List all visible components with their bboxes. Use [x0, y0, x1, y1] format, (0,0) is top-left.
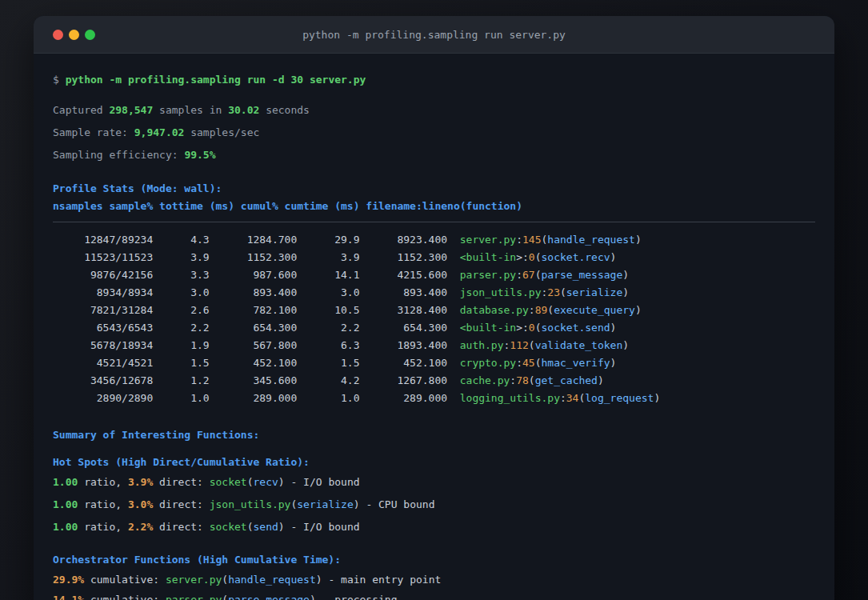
summary-title: Summary of Interesting Functions:: [53, 428, 815, 442]
sample-rate-line: Sample rate: 9,947.02 samples/sec: [53, 126, 815, 140]
row-metrics: 9876/42156 3.3 987.600 14.1 4215.600: [53, 269, 460, 281]
function-name: handle_request: [228, 574, 316, 586]
efficiency-value: 99.5%: [184, 149, 215, 161]
command-line: $ python -m profiling.sampling run -d 30…: [53, 73, 815, 87]
row-metrics: 2890/2890 1.0 289.000 1.0 289.000: [53, 392, 460, 404]
row-metrics: 7821/31284 2.6 782.100 10.5 3128.400: [53, 304, 460, 316]
function-name: log_request: [585, 392, 654, 404]
stats-row: 4521/4521 1.5 452.100 1.5 452.100 crypto…: [53, 354, 815, 372]
titlebar: python -m profiling.sampling run server.…: [34, 16, 834, 54]
filename: parser.py: [166, 594, 222, 600]
row-metrics: 6543/6543 2.2 654.300 2.2 654.300: [53, 322, 460, 334]
filename: logging_utils.py: [460, 392, 560, 404]
captured-mid-label: samples in: [153, 104, 228, 116]
captured-line: Captured 298,547 samples in 30.02 second…: [53, 103, 815, 118]
line-number: 0: [529, 251, 535, 263]
filename: auth.py: [460, 339, 504, 351]
function-name: parse_message: [542, 269, 623, 281]
line-number: 23: [547, 286, 560, 298]
filename: database.py: [460, 304, 529, 316]
orchestrator-item: 14.1% cumulative: parser.py(parse_messag…: [53, 593, 815, 600]
function-name: socket.send: [542, 322, 610, 334]
line-number: 78: [516, 374, 529, 386]
stats-row: 5678/18934 1.9 567.800 6.3 1893.400 auth…: [53, 337, 815, 354]
orchestrators-list: 29.9% cumulative: server.py(handle_reque…: [53, 573, 815, 600]
profile-stats-title: Profile Stats (Mode: wall):: [53, 182, 815, 196]
stats-table: 12847/89234 4.3 1284.700 29.9 8923.400 s…: [53, 231, 815, 407]
function-name: serialize: [297, 498, 353, 510]
orchestrators-title: Orchestrator Functions (High Cumulative …: [53, 553, 815, 567]
filename: socket: [210, 476, 247, 488]
filename: json_utils.py: [210, 498, 291, 510]
captured-seconds-value: 30.02: [228, 104, 259, 116]
stats-row: 12847/89234 4.3 1284.700 29.9 8923.400 s…: [53, 231, 815, 249]
filename: socket: [210, 521, 247, 533]
filename: json_utils.py: [460, 286, 542, 298]
bound-note: - I/O bound: [285, 521, 360, 533]
stats-columns-header: nsamples sample% tottime (ms) cumul% cum…: [53, 199, 815, 214]
line-number: 0: [529, 322, 535, 334]
cumulative-pct-value: 29.9%: [53, 574, 84, 586]
terminal-window: python -m profiling.sampling run server.…: [34, 16, 834, 600]
function-name: execute_query: [554, 304, 635, 316]
function-name: validate_token: [535, 339, 623, 351]
rate-value: 9,947.02: [134, 126, 185, 138]
hot-spot-item: 1.00 ratio, 2.2% direct: socket(send) - …: [53, 520, 815, 534]
stats-row: 9876/42156 3.3 987.600 14.1 4215.600 par…: [53, 266, 815, 284]
cumulative-pct-value: 14.1%: [53, 594, 84, 600]
hot-spots-list: 1.00 ratio, 3.9% direct: socket(recv) - …: [53, 475, 815, 534]
rate-suffix-label: samples/sec: [184, 126, 259, 138]
efficiency-label: Sampling efficiency:: [53, 149, 184, 161]
direct-pct-value: 2.2%: [128, 521, 153, 533]
stats-row: 8934/8934 3.0 893.400 3.0 893.400 json_u…: [53, 284, 815, 302]
line-number: 67: [522, 269, 535, 281]
row-metrics: 12847/89234 4.3 1284.700 29.9 8923.400: [53, 234, 460, 246]
captured-suffix-label: seconds: [259, 104, 310, 116]
efficiency-line: Sampling efficiency: 99.5%: [53, 148, 815, 162]
function-name: socket.recv: [542, 251, 610, 263]
orchestrator-note: - main entry point: [322, 574, 442, 586]
row-metrics: 8934/8934 3.0 893.400 3.0 893.400: [53, 286, 460, 298]
prompt-symbol: $: [53, 74, 66, 86]
function-name: parse_message: [228, 594, 310, 600]
captured-samples-value: 298,547: [109, 104, 153, 116]
ratio-value: 1.00: [53, 521, 78, 533]
filename: <built-in: [460, 251, 516, 263]
stats-row: 3456/12678 1.2 345.600 4.2 1267.800 cach…: [53, 372, 815, 390]
command-text: python -m profiling.sampling run -d 30 s…: [66, 74, 366, 86]
hot-spot-item: 1.00 ratio, 3.9% direct: socket(recv) - …: [53, 475, 815, 490]
stats-row: 2890/2890 1.0 289.000 1.0 289.000 loggin…: [53, 390, 815, 407]
orchestrator-note: - processing: [316, 594, 398, 600]
line-number: 112: [510, 339, 528, 351]
function-name: get_cached: [535, 374, 598, 386]
line-number: 45: [522, 357, 535, 369]
row-metrics: 11523/11523 3.9 1152.300 3.9 1152.300: [53, 251, 460, 263]
filename: crypto.py: [460, 357, 516, 369]
line-number: 145: [522, 234, 541, 246]
window-title: python -m profiling.sampling run server.…: [34, 16, 834, 53]
stats-row: 6543/6543 2.2 654.300 2.2 654.300 <built…: [53, 319, 815, 337]
table-divider: [53, 222, 815, 222]
function-name: hmac_verify: [542, 357, 610, 369]
stats-row: 11523/11523 3.9 1152.300 3.9 1152.300 <b…: [53, 249, 815, 266]
filename: <built-in: [460, 322, 516, 334]
function-name: recv: [254, 476, 278, 488]
direct-pct-value: 3.0%: [128, 498, 153, 510]
ratio-value: 1.00: [53, 498, 78, 510]
row-metrics: 5678/18934 1.9 567.800 6.3 1893.400: [53, 339, 460, 351]
bound-note: - CPU bound: [360, 498, 435, 510]
rate-label: Sample rate:: [53, 126, 134, 138]
row-metrics: 4521/4521 1.5 452.100 1.5 452.100: [53, 357, 460, 369]
filename: cache.py: [460, 374, 510, 386]
filename: server.py: [166, 574, 222, 586]
hot-spots-title: Hot Spots (High Direct/Cumulative Ratio)…: [53, 455, 815, 470]
hot-spot-item: 1.00 ratio, 3.0% direct: json_utils.py(s…: [53, 498, 815, 512]
terminal-body: $ python -m profiling.sampling run -d 30…: [34, 54, 834, 600]
filename: parser.py: [460, 269, 516, 281]
function-name: send: [254, 521, 278, 533]
row-metrics: 3456/12678 1.2 345.600 4.2 1267.800: [53, 374, 460, 386]
direct-pct-value: 3.9%: [128, 476, 153, 488]
orchestrator-item: 29.9% cumulative: server.py(handle_reque…: [53, 573, 815, 587]
stats-row: 7821/31284 2.6 782.100 10.5 3128.400 dat…: [53, 302, 815, 319]
line-number: 89: [535, 304, 548, 316]
